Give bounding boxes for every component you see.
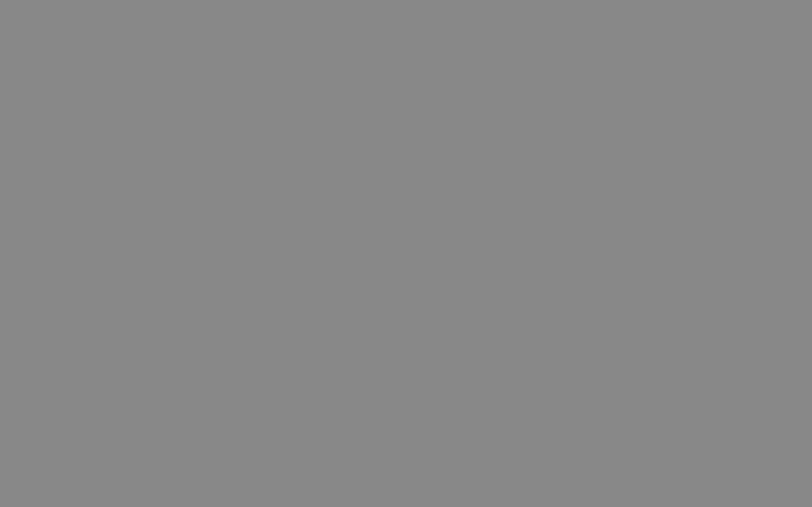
screenshot-stage: ▼ — ✕ > ◀ ▶ xyxy=(0,0,812,507)
window-copy-top-right xyxy=(406,0,812,253)
window-copy-top-left xyxy=(0,0,406,253)
window-main-bottom-right xyxy=(406,253,812,507)
window-copy-bottom-left xyxy=(0,253,406,507)
